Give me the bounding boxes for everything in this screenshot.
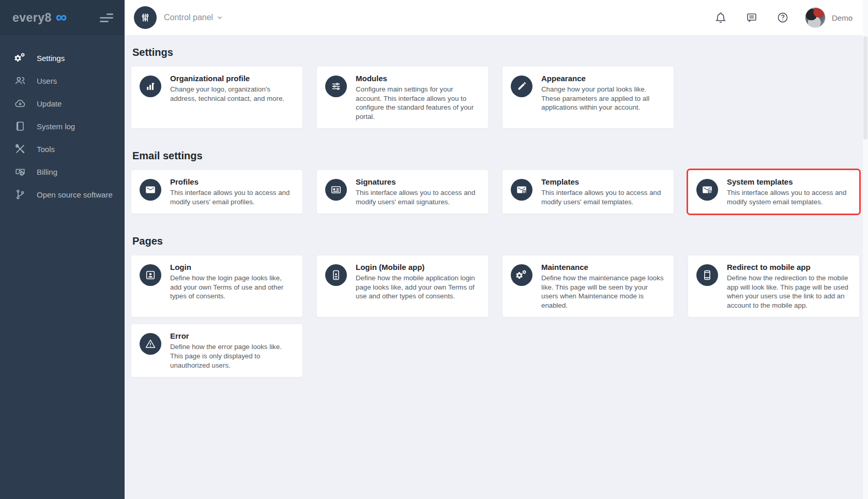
card-error[interactable]: ErrorDefine how the error page looks lik…: [131, 324, 302, 377]
card-text: ErrorDefine how the error page looks lik…: [170, 331, 294, 370]
card-text: ModulesConfigure main settings for your …: [356, 74, 480, 121]
section-title: Pages: [131, 235, 859, 247]
card-title: Error: [170, 331, 294, 340]
section-title: Email settings: [131, 150, 859, 162]
card-signatures[interactable]: SignaturesThis interface allows you to a…: [317, 170, 488, 214]
vertical-scrollbar[interactable]: [863, 0, 868, 499]
card-title: Templates: [541, 177, 665, 186]
sidebar-item-label: System log: [37, 122, 75, 131]
card-description: Define how the error page looks like. Th…: [170, 342, 294, 370]
warning-icon: [140, 333, 161, 355]
phone-user-icon: [325, 264, 347, 286]
menu-toggle-icon[interactable]: [100, 13, 113, 22]
card-appearance[interactable]: AppearanceChange how your portal looks l…: [502, 67, 674, 128]
sidebar-item-label: Update: [37, 99, 62, 108]
card-title: Login: [170, 263, 294, 271]
journal-icon: [14, 120, 26, 132]
card-text: MaintenanceDefine how the maintenance pa…: [541, 263, 665, 310]
main-content: SettingsOrganizational profileChange you…: [125, 35, 868, 499]
sidebar-item-system-log[interactable]: System log: [0, 115, 125, 138]
infinity-icon: ∞: [56, 9, 67, 25]
card-organizational-profile[interactable]: Organizational profileChange your logo, …: [131, 67, 302, 128]
card-description: Define how the mobile application login …: [356, 274, 480, 301]
gears-icon: [511, 264, 532, 286]
card-profiles[interactable]: ProfilesThis interface allows you to acc…: [131, 170, 302, 214]
control-panel-icon: [134, 6, 157, 29]
card-title: Login (Mobile app): [356, 263, 480, 271]
notifications-bell-icon[interactable]: [714, 11, 727, 24]
card-text: Organizational profileChange your logo, …: [170, 74, 294, 103]
card-login-mobile-app[interactable]: Login (Mobile app)Define how the mobile …: [317, 255, 488, 317]
card-description: This interface allows you to access and …: [170, 188, 294, 206]
card-templates[interactable]: TemplatesThis interface allows you to ac…: [502, 170, 674, 214]
card-description: This interface allows you to access and …: [356, 188, 480, 206]
section-pages: PagesLoginDefine how the login page look…: [131, 235, 859, 377]
users-icon: [14, 74, 26, 87]
card-description: Change how your portal looks like. These…: [541, 85, 665, 112]
envelope-gear-icon: [696, 179, 718, 201]
card-text: System templatesThis interface allows yo…: [727, 177, 851, 206]
app-switcher[interactable]: Control panel: [134, 6, 223, 29]
card-text: TemplatesThis interface allows you to ac…: [541, 177, 665, 206]
logo[interactable]: every8 ∞: [12, 10, 67, 25]
topbar: Control panel: [125, 0, 868, 35]
git-branch-icon: [14, 188, 26, 201]
sidebar-item-tools[interactable]: Tools: [0, 138, 125, 160]
sidebar-item-update[interactable]: Update: [0, 92, 125, 115]
card-title: Modules: [356, 74, 480, 83]
section-email-settings: Email settingsProfilesThis interface all…: [131, 150, 859, 214]
messages-icon[interactable]: [745, 11, 758, 24]
card-title: Redirect to mobile app: [727, 263, 851, 271]
right-pane: Control panel: [125, 0, 868, 499]
pen-icon: [511, 75, 532, 97]
section-settings: SettingsOrganizational profileChange you…: [131, 47, 859, 128]
card-title: Maintenance: [541, 263, 665, 271]
user-name[interactable]: Demo: [832, 13, 852, 22]
app-label: Control panel: [164, 13, 213, 22]
card-text: Login (Mobile app)Define how the mobile …: [356, 263, 480, 301]
card-text: Redirect to mobile appDefine how the red…: [727, 263, 851, 310]
sidebar-item-label: Billing: [37, 168, 57, 176]
card-grid: Organizational profileChange your logo, …: [131, 67, 859, 128]
card-system-templates[interactable]: System templatesThis interface allows yo…: [688, 170, 859, 214]
card-grid: ProfilesThis interface allows you to acc…: [131, 170, 859, 214]
card-title: Profiles: [170, 177, 294, 186]
sidebar-item-label: Tools: [37, 145, 55, 154]
card-text: AppearanceChange how your portal looks l…: [541, 74, 665, 112]
scrollbar-thumb[interactable]: [863, 36, 867, 140]
card-text: ProfilesThis interface allows you to acc…: [170, 177, 294, 206]
sidebar-item-billing[interactable]: $Billing: [0, 160, 125, 183]
logo-text: every8: [12, 11, 52, 25]
sidebar-item-open-source-software[interactable]: Open source software: [0, 183, 125, 206]
billing-icon: $: [14, 165, 26, 178]
topbar-actions: Demo: [696, 7, 852, 28]
avatar[interactable]: [805, 7, 826, 28]
card-title: Appearance: [541, 74, 665, 83]
card-description: This interface allows you to access and …: [541, 188, 665, 206]
help-icon[interactable]: [776, 11, 789, 24]
card-text: LoginDefine how the login page looks lik…: [170, 263, 294, 301]
sidebar-logo-row: every8 ∞: [0, 0, 125, 35]
card-text: SignaturesThis interface allows you to a…: [356, 177, 480, 206]
card-title: Organizational profile: [170, 74, 294, 83]
card-description: Define how the login page looks like, ad…: [170, 274, 294, 301]
card-title: System templates: [727, 177, 851, 186]
card-title: Signatures: [356, 177, 480, 186]
card-maintenance[interactable]: MaintenanceDefine how the maintenance pa…: [502, 255, 674, 317]
card-description: This interface allows you to access and …: [727, 188, 851, 206]
card-redirect-to-mobile-app[interactable]: Redirect to mobile appDefine how the red…: [688, 255, 859, 317]
app-root: every8 ∞ SettingsUsersUpdateSystem logTo…: [0, 0, 868, 499]
card-login[interactable]: LoginDefine how the login page looks lik…: [131, 255, 302, 317]
card-modules[interactable]: ModulesConfigure main settings for your …: [317, 67, 488, 128]
sidebar-item-label: Users: [37, 77, 57, 85]
sidebar-item-settings[interactable]: Settings: [0, 47, 125, 69]
settings-icon: [14, 52, 26, 64]
sidebar: every8 ∞ SettingsUsersUpdateSystem logTo…: [0, 0, 125, 499]
card-description: Change your logo, organization's address…: [170, 85, 294, 103]
tune-icon: [325, 75, 347, 97]
card-description: Configure main settings for your account…: [356, 85, 480, 121]
sidebar-item-users[interactable]: Users: [0, 69, 125, 92]
card-description: Define how the redirection to the mobile…: [727, 274, 851, 310]
envelope-icon: [140, 179, 161, 201]
badge-card-icon: [325, 179, 347, 201]
